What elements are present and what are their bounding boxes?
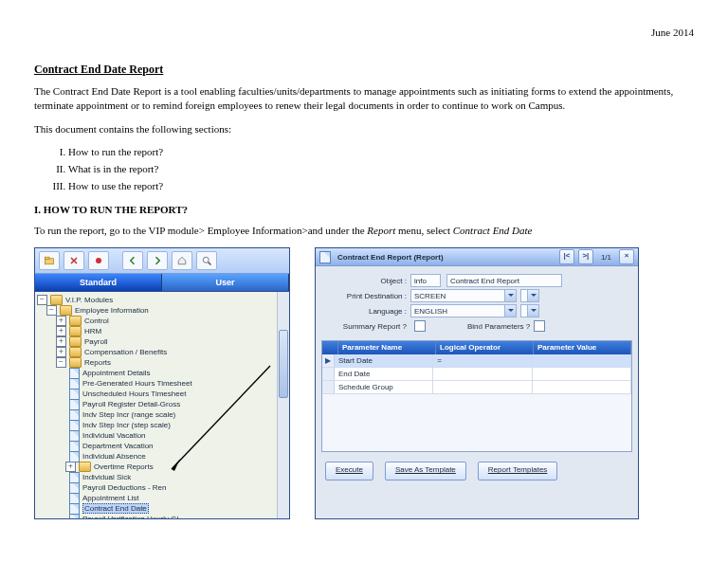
chevron-down-icon[interactable] xyxy=(504,305,516,317)
tree-leaf[interactable]: Individual Absence xyxy=(82,452,146,461)
grid-cell[interactable]: = xyxy=(433,354,532,367)
destination-label: Print Destination : xyxy=(325,292,410,300)
report-templates-button[interactable]: Report Templates xyxy=(478,462,558,480)
tree-leaf[interactable]: Payroll Verification Hourly GL xyxy=(82,515,181,518)
home-icon[interactable] xyxy=(172,251,192,270)
tree-leaf[interactable]: Appointment List xyxy=(82,494,139,502)
object-type-select[interactable]: info xyxy=(410,274,441,287)
svg-point-2 xyxy=(96,258,101,263)
tree-node-reports[interactable]: Reports xyxy=(84,358,111,367)
tree-node[interactable]: Payroll xyxy=(84,337,107,346)
grid-cell[interactable] xyxy=(533,368,631,380)
how-to-run-heading: I. HOW TO RUN THE REPORT? xyxy=(34,203,694,217)
grid-row[interactable]: ▶ Start Date = xyxy=(322,354,631,368)
dialog-form: Object : info Contract End Report Print … xyxy=(316,266,638,340)
navigation-tree[interactable]: −V.I.P. Modules −Employee Information +C… xyxy=(35,292,289,518)
dialog-title: Contract End Report (Report) xyxy=(337,253,444,262)
exit-icon[interactable] xyxy=(64,251,84,270)
expand-icon[interactable]: + xyxy=(65,462,76,472)
tree-leaf-contract-end-date[interactable]: Contract End Date xyxy=(82,503,149,514)
forward-icon[interactable] xyxy=(147,251,168,270)
dialog-titlebar: Contract End Report (Report) |< >| 1/1 × xyxy=(316,248,638,266)
svg-rect-1 xyxy=(46,257,50,259)
chevron-down-icon[interactable] xyxy=(527,290,538,301)
summary-label: Summary Report ? xyxy=(325,322,410,331)
record-icon[interactable] xyxy=(88,251,109,270)
tab-standard[interactable]: Standard xyxy=(35,274,162,291)
tree-leaf[interactable]: Pre-Generated Hours Timesheet xyxy=(82,379,192,388)
tree-node-employee-info[interactable]: Employee Information xyxy=(75,306,149,315)
tree-leaf[interactable]: Overtime Reports xyxy=(94,462,154,471)
object-name-field[interactable]: Contract End Report xyxy=(446,274,562,287)
print-destination-select[interactable]: SCREEN xyxy=(410,289,517,302)
nav-counter: 1/1 xyxy=(597,253,615,262)
grid-cell[interactable] xyxy=(533,381,631,393)
language-select[interactable]: ENGLISH xyxy=(410,304,517,317)
tree-node[interactable]: Control xyxy=(84,317,109,325)
dialog-button-bar: Execute Save As Template Report Template… xyxy=(316,452,638,492)
language-label: Language : xyxy=(325,307,410,316)
expand-icon[interactable]: + xyxy=(56,336,66,347)
language-extra-select[interactable] xyxy=(520,304,539,317)
tree-leaf[interactable]: Indv Step Incr (step scale) xyxy=(82,421,171,429)
tree-leaf[interactable]: Unscheduled Hours Timesheet xyxy=(82,390,186,398)
grid-row[interactable]: End Date xyxy=(322,368,631,381)
tree-leaf[interactable]: Indv Step Incr (range scale) xyxy=(82,410,175,419)
run-instruction: To run the report, go to the VIP module>… xyxy=(34,224,694,238)
chevron-down-icon[interactable] xyxy=(527,305,538,317)
tree-node[interactable]: HRM xyxy=(84,327,101,335)
expand-icon[interactable]: + xyxy=(56,347,66,357)
summary-report-checkbox[interactable] xyxy=(414,320,426,332)
folder-icon xyxy=(79,462,91,472)
tree-leaf[interactable]: Appointment Details xyxy=(82,369,151,377)
execute-button[interactable]: Execute xyxy=(325,462,373,480)
folder-icon xyxy=(69,357,82,368)
tree-leaf[interactable]: Payroll Register Detail-Gross xyxy=(82,400,180,408)
column-logical-operator: Logical Operator xyxy=(436,341,534,354)
grid-row[interactable]: Schedule Group xyxy=(322,381,631,394)
grid-cell[interactable] xyxy=(533,354,631,367)
grid-cell[interactable]: End Date xyxy=(335,368,433,380)
grid-cell[interactable] xyxy=(433,381,532,393)
svg-line-4 xyxy=(209,263,211,265)
magnifier-icon[interactable] xyxy=(196,251,217,270)
open-icon[interactable] xyxy=(39,251,60,270)
tree-leaf[interactable]: Individual Vacation xyxy=(82,431,146,440)
tree-scrollbar[interactable] xyxy=(277,292,289,518)
nav-last-button[interactable]: >| xyxy=(578,249,593,264)
folder-icon xyxy=(69,347,82,357)
tree-leaf[interactable]: Individual Sick xyxy=(82,473,131,481)
tree-leaf[interactable]: Department Vacation xyxy=(82,442,154,450)
collapse-icon[interactable]: − xyxy=(37,295,47,305)
tree-node[interactable]: Compensation / Benefits xyxy=(84,348,167,356)
nav-first-button[interactable]: |< xyxy=(559,249,574,264)
back-icon[interactable] xyxy=(122,251,143,270)
bind-params-label: Bind Parameters ? xyxy=(467,322,530,331)
intro-paragraph: The Contract End Date Report is a tool e… xyxy=(34,84,694,113)
column-parameter-value: Parameter Value xyxy=(534,341,631,354)
grid-cell[interactable]: Schedule Group xyxy=(335,381,433,393)
destination-extra-select[interactable] xyxy=(520,289,539,302)
collapse-icon[interactable]: − xyxy=(56,357,66,368)
tab-user[interactable]: User xyxy=(162,274,289,291)
close-icon[interactable]: × xyxy=(619,249,634,264)
save-as-template-button[interactable]: Save As Template xyxy=(385,462,466,480)
parameters-grid[interactable]: Parameter Name Logical Operator Paramete… xyxy=(321,340,632,452)
report-parameters-dialog: Contract End Report (Report) |< >| 1/1 ×… xyxy=(315,247,639,519)
grid-cell[interactable] xyxy=(433,368,532,380)
grid-cell[interactable]: Start Date xyxy=(335,354,433,367)
column-parameter-name: Parameter Name xyxy=(338,341,436,354)
folder-icon xyxy=(69,336,82,347)
chevron-down-icon[interactable] xyxy=(504,290,516,301)
tree-root[interactable]: V.I.P. Modules xyxy=(65,296,113,304)
section-item: How to run the report? xyxy=(68,146,694,157)
expand-icon[interactable]: + xyxy=(56,316,66,326)
tab-strip: Standard User xyxy=(35,274,289,292)
svg-point-3 xyxy=(203,257,209,263)
tree-leaf[interactable]: Payroll Deductions - Ren xyxy=(82,483,166,492)
report-icon xyxy=(319,251,331,263)
collapse-icon[interactable]: − xyxy=(46,305,57,316)
row-marker-icon: ▶ xyxy=(322,354,335,367)
bind-parameters-checkbox[interactable] xyxy=(534,320,545,332)
expand-icon[interactable]: + xyxy=(56,326,66,336)
